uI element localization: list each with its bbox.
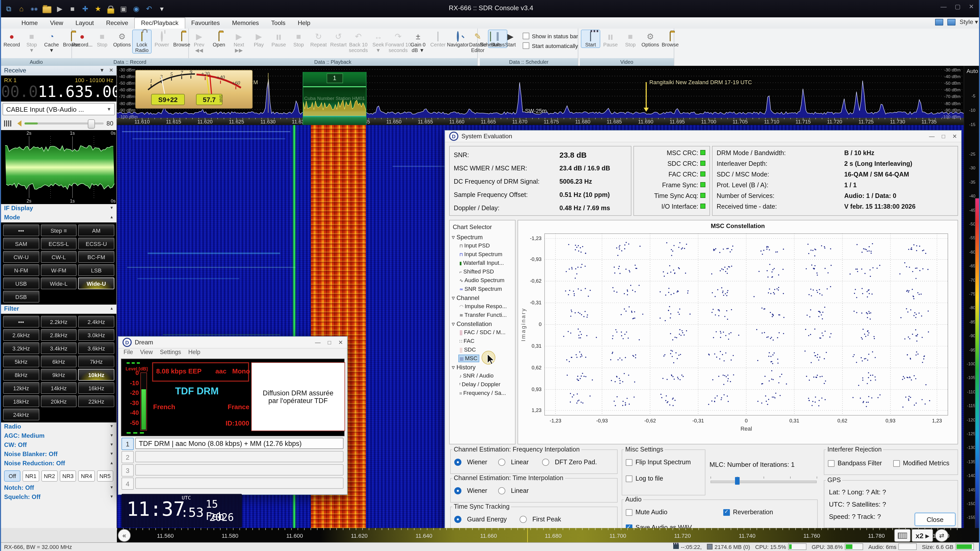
filter-button-14khz[interactable]: 14kHz (41, 382, 76, 394)
section-if-display[interactable]: IF Display▾ (1, 204, 116, 213)
mode-button-usb[interactable]: USB (3, 278, 39, 289)
mode-button-ecssl[interactable]: ECSS-L (41, 238, 76, 249)
minimize-icon[interactable]: — (940, 3, 947, 10)
station-marker-rangitaiki[interactable]: Rangitaiki New Zealand DRM 17-19 UTC (649, 79, 752, 85)
show-in-status-bar-checkbox[interactable]: Show in status bar (523, 33, 578, 39)
audio-device-select[interactable]: CABLE Input (VB-Audio ...▼ (3, 103, 115, 115)
display-icon[interactable] (947, 19, 956, 25)
audio-reverberation[interactable]: Reverberation (723, 509, 773, 516)
filter-button-36khz[interactable]: 3.6kHz (78, 342, 115, 354)
record-button[interactable]: ●Record (2, 30, 21, 48)
stop-button[interactable]: ■Stop (92, 30, 112, 48)
close-icon[interactable]: ✕ (339, 339, 343, 346)
browse-button[interactable]: Browse (660, 30, 680, 48)
filter-button-10khz[interactable]: 10kHz (78, 369, 115, 381)
tab-layout[interactable]: Layout (69, 18, 100, 29)
mode-button-wfm[interactable]: W-FM (41, 264, 76, 276)
tree-item-delay-doppler[interactable]: ᶠ Delay / Doppler (459, 381, 502, 388)
auto-gain-button[interactable]: Auto (965, 68, 980, 74)
section-agc[interactable]: AGC: Medium▾ (1, 432, 116, 441)
keyboard-entry-button[interactable] (894, 529, 911, 542)
tree-group-channel[interactable]: ▿ Channel (452, 294, 479, 302)
slider-thumb[interactable] (735, 477, 740, 485)
tree-item-sdc[interactable]: ⣿ SDC (459, 346, 477, 353)
freq-interp-dft-zero-pad-[interactable]: DFT Zero Pad. (542, 459, 597, 466)
tab-favourites[interactable]: Favourites (185, 18, 226, 29)
filter-button-26khz[interactable]: 2.6kHz (3, 329, 39, 341)
cache-button[interactable]: ◔Cache▼ (42, 30, 61, 54)
dream-menu-file[interactable]: File (124, 349, 133, 358)
nr-button-nr2[interactable]: NR2 (41, 470, 58, 482)
tab-memories[interactable]: Memories (226, 18, 265, 29)
filter-button-30khz[interactable]: 3.0kHz (78, 329, 115, 341)
nr-button-nr5[interactable]: NR5 (97, 470, 113, 482)
tab-view[interactable]: View (44, 18, 69, 29)
section-cw[interactable]: CW: Off▾ (1, 441, 116, 450)
close-icon[interactable]: ✕ (953, 133, 957, 140)
rf-spectrum[interactable]: 11.61011.61511.62011.62511.63011.63511.6… (117, 66, 964, 125)
filter-button-9khz[interactable]: 9kHz (41, 369, 76, 381)
record--button[interactable]: ●Record... (73, 30, 92, 48)
play-button[interactable]: ▶Play (249, 30, 269, 48)
mode-button-widel[interactable]: Wide-L (41, 278, 76, 289)
section-notch[interactable]: Notch: Off▾ (1, 484, 116, 493)
panel-collapse-icon[interactable]: ▼ (100, 67, 105, 73)
mode-button-bcfm[interactable]: BC-FM (78, 251, 115, 263)
time-sync-guard-energy[interactable]: Guard Energy (454, 516, 507, 523)
waterfall-frequency-ruler[interactable]: 11.56011.58011.60011.62011.64011.66011.6… (117, 528, 964, 542)
nr-button-nr4[interactable]: NR4 (78, 470, 95, 482)
filter-button-5khz[interactable]: 5kHz (3, 356, 39, 367)
tuned-frequency[interactable]: 00.011.635.000 (1, 83, 116, 102)
seek-button[interactable]: ↔Seek▼ (369, 30, 388, 54)
repeat-button[interactable]: ↻Repeat (309, 30, 328, 48)
layout-icon[interactable] (935, 19, 943, 25)
levels-icon[interactable] (4, 121, 11, 127)
mode-button-sam[interactable]: SAM (3, 238, 39, 249)
maximize-icon[interactable]: □ (942, 133, 945, 140)
zoom-level-button[interactable]: x2 ▸ (912, 529, 933, 542)
mode-button-ecssu[interactable]: ECSS-U (78, 238, 115, 249)
service-row-4[interactable]: 4 (121, 478, 344, 490)
open-button[interactable]: Open (209, 30, 229, 48)
nr-button-off[interactable]: Off (4, 470, 21, 482)
stop-button[interactable]: ■Stop▼ (22, 30, 41, 54)
start-button[interactable]: Start (581, 30, 600, 48)
tree-item-audio-spectrum[interactable]: ∿ Audio Spectrum (459, 277, 506, 284)
spectrum-ruler[interactable]: 11.61011.61511.62011.62511.63011.63511.6… (117, 118, 964, 125)
restart-button[interactable]: ↺Restart (329, 30, 348, 48)
filter-button-24khz[interactable]: 24kHz (3, 409, 39, 421)
speaker-icon[interactable] (14, 121, 21, 127)
mode-button-[interactable]: ••• (3, 224, 39, 236)
mode-button-lsb[interactable]: LSB (78, 264, 115, 276)
tab-home[interactable]: Home (15, 18, 44, 29)
interferer-bandpass-filter[interactable]: Bandpass Filter (828, 460, 882, 467)
drm-channel-selection[interactable]: 1Cuba Number Station HM01 (303, 72, 367, 125)
tree-item-input-spectrum[interactable]: ⊓ Input Spectrum (459, 251, 504, 258)
mlc-slider[interactable] (711, 478, 817, 484)
tree-item-snr-spectrum[interactable]: ≃ SNR Spectrum (459, 286, 504, 292)
tree-item-snr-audio[interactable]: ♪ SNR / Audio (459, 372, 495, 379)
filter-button-20khz[interactable]: 20kHz (41, 395, 76, 407)
mode-button-step[interactable]: Step ≡ (41, 224, 76, 236)
maximize-icon[interactable]: ▢ (955, 3, 961, 10)
interferer-modified-metrics[interactable]: Modified Metrics (893, 460, 950, 467)
stop-button[interactable]: ■Stop (289, 30, 308, 48)
section-filter[interactable]: Filter▴ (1, 305, 116, 314)
tree-item-frequency-sa-[interactable]: ⌗ Frequency / Sa... (459, 390, 508, 397)
maximize-icon[interactable]: □ (328, 339, 331, 346)
options-button[interactable]: ⚙Options (641, 30, 660, 48)
section-mode[interactable]: Mode▴ (1, 213, 116, 222)
time-sync-first-peak[interactable]: First Peak (520, 516, 561, 523)
audio-mute-audio[interactable]: Mute Audio (626, 509, 667, 516)
section-radio[interactable]: Radio▾ (1, 422, 116, 432)
filter-button-22khz[interactable]: 2.2kHz (41, 316, 76, 327)
tree-item-impulse-respo-[interactable]: ◠ Impulse Respo... (459, 303, 508, 310)
ruler-prev-button[interactable]: « (118, 529, 130, 542)
mode-button-cwu[interactable]: CW-U (3, 251, 39, 263)
tree-item-input-psd[interactable]: ⊓ Input PSD (459, 242, 491, 249)
tree-group-spectrum[interactable]: ▿ Spectrum (452, 233, 483, 241)
freq-interp-wiener[interactable]: Wiener (454, 459, 487, 466)
tree-group-history[interactable]: ▿ History (452, 364, 476, 371)
power-button[interactable]: Power (152, 30, 172, 48)
filter-button-32khz[interactable]: 3.2kHz (3, 342, 39, 354)
